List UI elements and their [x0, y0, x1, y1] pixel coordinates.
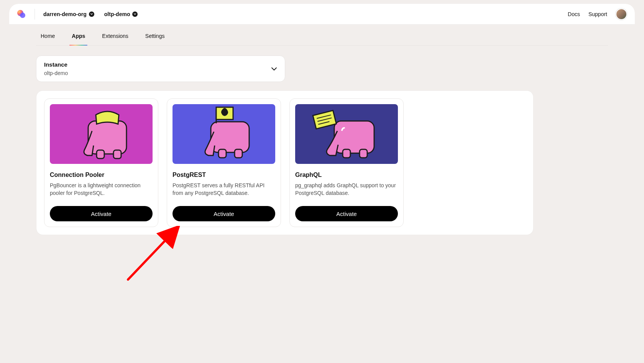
tabs: Home Apps Extensions Settings: [36, 25, 608, 46]
app-card-postgrest: PostgREST PostgREST serves a fully RESTf…: [167, 98, 281, 227]
org-name: darren-demo-org: [43, 11, 87, 17]
chevron-down-icon: [271, 65, 277, 72]
divider: [34, 9, 35, 20]
app-description: PostgREST serves a fully RESTful API fro…: [172, 182, 275, 198]
svg-rect-7: [235, 149, 242, 158]
app-title: PostgREST: [172, 172, 275, 178]
chevron-down-icon: [132, 11, 138, 17]
project-selector[interactable]: oltp-demo: [104, 11, 138, 17]
apps-grid: Connection Pooler PgBouncer is a lightwe…: [36, 90, 534, 235]
svg-rect-10: [334, 121, 374, 153]
activate-button[interactable]: Activate: [172, 206, 275, 221]
svg-rect-5: [211, 122, 249, 152]
app-title: Connection Pooler: [50, 172, 153, 178]
docs-link[interactable]: Docs: [568, 11, 580, 17]
chevron-down-icon: [89, 11, 94, 17]
app-illustration: [295, 104, 398, 164]
tab-settings[interactable]: Settings: [145, 33, 165, 45]
app-card-connection-pooler: Connection Pooler PgBouncer is a lightwe…: [44, 98, 158, 227]
app-illustration: [172, 104, 275, 164]
app-illustration: [50, 104, 153, 164]
app-description: pg_graphql adds GraphQL support to your …: [295, 182, 398, 198]
support-link[interactable]: Support: [588, 11, 607, 17]
svg-point-1: [20, 13, 25, 18]
instance-label: Instance: [44, 61, 68, 68]
logo-icon: [17, 10, 26, 19]
project-name: oltp-demo: [104, 11, 130, 17]
org-selector[interactable]: darren-demo-org: [43, 11, 94, 17]
svg-rect-12: [360, 149, 367, 158]
svg-rect-4: [113, 150, 121, 159]
activate-button[interactable]: Activate: [295, 206, 398, 221]
instance-selector[interactable]: Instance oltp-demo: [36, 56, 285, 82]
svg-rect-2: [88, 121, 127, 154]
app-title: GraphQL: [295, 172, 398, 178]
topbar: darren-demo-org oltp-demo Docs Support: [9, 4, 635, 25]
svg-rect-6: [219, 149, 226, 158]
app-description: PgBouncer is a lightweight connection po…: [50, 182, 153, 198]
tab-apps[interactable]: Apps: [72, 33, 85, 45]
instance-value: oltp-demo: [44, 70, 68, 76]
annotation-arrow-icon: [120, 226, 189, 287]
svg-rect-11: [343, 149, 350, 158]
avatar[interactable]: [616, 8, 627, 20]
app-card-graphql: GraphQL pg_graphql adds GraphQL support …: [289, 98, 404, 227]
activate-button[interactable]: Activate: [50, 206, 153, 221]
tab-extensions[interactable]: Extensions: [102, 33, 128, 45]
svg-rect-3: [97, 150, 104, 159]
tab-home[interactable]: Home: [41, 33, 55, 45]
svg-line-17: [128, 231, 174, 280]
